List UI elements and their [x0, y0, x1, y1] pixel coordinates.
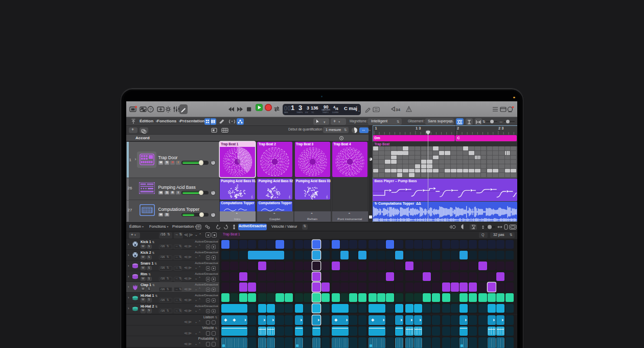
- svg-text:34: 34: [396, 107, 400, 112]
- svg-text:?: ?: [149, 107, 152, 112]
- svg-text:▾: ▾: [324, 120, 326, 123]
